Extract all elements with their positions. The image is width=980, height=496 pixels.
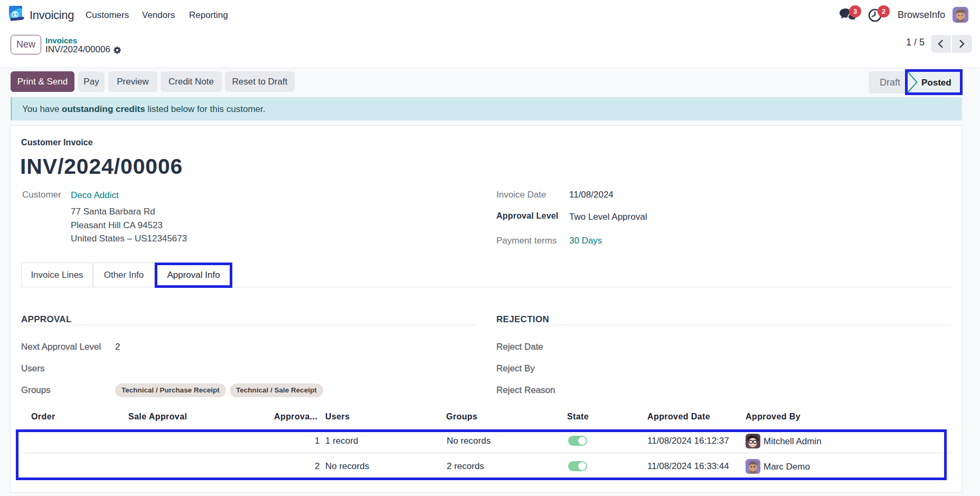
svg-text:$: $ [14,11,17,17]
